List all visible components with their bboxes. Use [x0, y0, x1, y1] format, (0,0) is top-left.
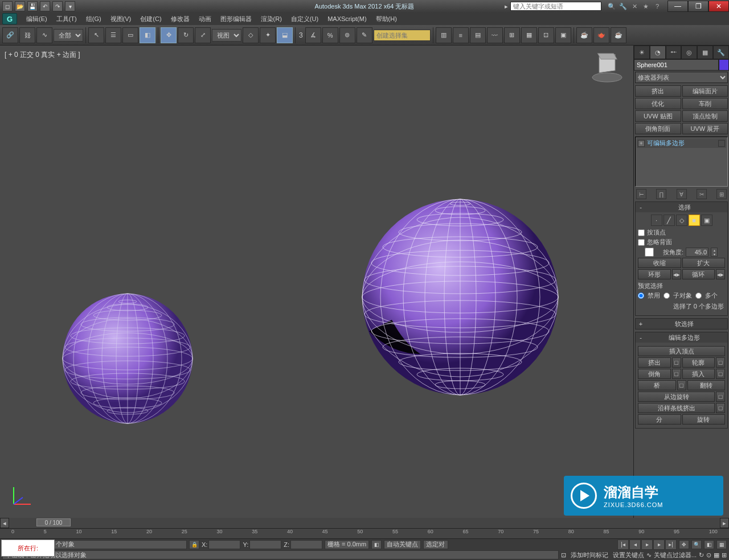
next-frame-icon[interactable]: ▸ [653, 540, 665, 550]
object-color-swatch[interactable] [719, 59, 729, 71]
preview-off-radio[interactable] [638, 293, 644, 299]
bind-icon[interactable]: ∿ [36, 27, 52, 43]
nav-roll-icon[interactable]: ⊙ [706, 551, 711, 559]
menu-animation[interactable]: 动画 [194, 14, 216, 24]
extrude-spline-button[interactable]: 沿样条线挤出 [638, 403, 715, 413]
by-vertex-checkbox[interactable] [638, 229, 645, 236]
nav-orbit-icon[interactable]: ↻ [699, 551, 704, 559]
part2-button[interactable]: 旋转 [682, 414, 726, 425]
prev-frame-icon[interactable]: ◂ [629, 540, 641, 550]
manip-icon[interactable]: ✦ [260, 27, 276, 43]
ring-button[interactable]: 环形 [638, 269, 671, 279]
move-icon[interactable]: ✥ [161, 27, 177, 43]
loop-button[interactable]: 循环 [682, 269, 715, 279]
setkey-button[interactable]: 设置关键点 [613, 551, 644, 559]
select-window-icon[interactable]: ◧ [140, 27, 155, 43]
bridge-button[interactable]: 桥 [638, 380, 676, 390]
angle-input[interactable] [686, 248, 708, 257]
shrink-button[interactable]: 收缩 [638, 258, 681, 268]
minimize-button[interactable]: — [667, 1, 688, 12]
timetag-icon[interactable]: ⊡ [561, 551, 566, 559]
select-rect-icon[interactable]: ▭ [122, 27, 138, 43]
qat-open-icon[interactable]: 📂 [15, 1, 25, 11]
unlink-icon[interactable]: ⛓ [19, 27, 35, 43]
snap-icon[interactable]: ⬓ [277, 27, 293, 43]
element-subobj-icon[interactable]: ▣ [701, 215, 712, 226]
modifier-list-dropdown[interactable]: 修改器列表 [635, 72, 728, 83]
bridge-settings-button[interactable]: □ [677, 380, 686, 390]
curve-editor-icon[interactable]: 〰 [487, 27, 503, 43]
btn-uvw-unwrap[interactable]: UVW 展开 [682, 123, 728, 134]
outline-settings-button[interactable]: □ [716, 357, 725, 368]
qat-dropdown-icon[interactable]: ▾ [65, 1, 75, 11]
edge-subobj-icon[interactable]: ╱ [664, 215, 675, 226]
menu-views[interactable]: 视图(V) [106, 14, 136, 24]
selection-filter-dropdown[interactable]: 全部 [54, 29, 83, 42]
extrude-button[interactable]: 挤出 [638, 357, 671, 368]
viewcube[interactable] [590, 50, 624, 84]
bevel-button[interactable]: 倒角 [638, 369, 671, 379]
goto-end-icon[interactable]: ▸| [665, 540, 677, 550]
edit-selset-icon[interactable]: ✎ [357, 27, 372, 43]
layers-icon[interactable]: ▤ [470, 27, 486, 43]
time-track[interactable]: 0 / 100 [9, 518, 720, 528]
spinner-snap-icon[interactable]: ⊚ [339, 27, 355, 43]
x-input[interactable] [208, 540, 240, 549]
pin-stack-icon[interactable]: ⊢ [636, 189, 646, 199]
z-input[interactable] [290, 540, 322, 549]
configure-icon[interactable]: ⊞ [716, 189, 727, 199]
nav-zoom-all-icon[interactable]: ▦ [716, 540, 727, 549]
search-input[interactable] [510, 2, 601, 11]
goto-start-icon[interactable]: |◂ [617, 540, 629, 550]
qat-undo-icon[interactable]: ↶ [40, 1, 50, 11]
preview-multi-radio[interactable] [695, 293, 702, 299]
link-icon[interactable]: 🔗 [2, 27, 18, 43]
y-input[interactable] [249, 540, 281, 549]
menu-tools[interactable]: 工具(T) [52, 14, 81, 24]
grow-button[interactable]: 扩大 [682, 258, 726, 268]
track-bar[interactable]: 0510152025303540455055606570758085909510… [0, 528, 729, 538]
favorite-icon[interactable]: ★ [641, 2, 650, 11]
viewport-label[interactable]: [ + 0 正交 0 真实 + 边面 ] [5, 50, 80, 60]
btn-optimize[interactable]: 优化 [635, 98, 681, 109]
time-thumb[interactable]: 0 / 100 [36, 518, 71, 526]
tab-motion[interactable]: ◎ [681, 46, 697, 59]
render-iter-icon[interactable]: ☕ [611, 27, 626, 43]
outline-button[interactable]: 轮廓 [682, 357, 715, 368]
rollout-soft-header[interactable]: + 软选择 [636, 319, 727, 329]
stack-item-editable-poly[interactable]: + 可编辑多边形 [637, 138, 726, 148]
maximize-button[interactable]: ❐ [688, 1, 708, 12]
scale-icon[interactable]: ⤢ [195, 27, 211, 43]
ring-spinner[interactable]: ◂▸ [672, 269, 681, 279]
tab-utilities[interactable]: 🔧 [713, 46, 729, 59]
nav-walk-icon[interactable]: ▦ [714, 551, 719, 559]
keyfilter-button[interactable]: 关键点过滤器... [654, 551, 697, 559]
key-wave-icon[interactable]: ∿ [646, 551, 652, 559]
nav-pan-icon[interactable]: ✥ [679, 540, 689, 549]
btn-uvw-map[interactable]: UVW 贴图 [635, 110, 681, 122]
material-editor-icon[interactable]: ▦ [521, 27, 537, 43]
selection-set-input[interactable] [374, 30, 431, 41]
btn-vertex-paint[interactable]: 顶点绘制 [682, 110, 728, 122]
align-icon[interactable]: ≡ [453, 27, 469, 43]
qat-save-icon[interactable]: 💾 [27, 1, 38, 11]
remove-mod-icon[interactable]: ✂ [697, 189, 707, 199]
part1-button[interactable]: 分 [638, 414, 681, 425]
percent-snap-icon[interactable]: % [322, 27, 338, 43]
loop-spinner[interactable]: ◂▸ [716, 269, 725, 279]
inset-button[interactable]: 插入 [682, 369, 715, 379]
selected-field[interactable]: 选定对 [423, 540, 448, 549]
mirror-icon[interactable]: ▥ [436, 27, 452, 43]
polygon-subobj-icon[interactable]: ■ [689, 215, 700, 226]
flip-button[interactable]: 翻转 [687, 380, 726, 390]
btn-lathe[interactable]: 车削 [682, 98, 728, 109]
expand-icon[interactable]: + [638, 140, 645, 147]
hinge-button[interactable]: 从边旋转 [638, 392, 715, 402]
menu-edit[interactable]: 编辑(E) [22, 14, 52, 24]
play-icon[interactable]: ▸ [641, 540, 653, 550]
by-angle-checkbox[interactable] [638, 248, 661, 257]
viewport[interactable]: [ + 0 正交 0 真实 + 边面 ] [0, 46, 633, 518]
object-name-input[interactable] [634, 59, 719, 71]
menu-rendering[interactable]: 渲染(R) [256, 14, 286, 24]
qat-redo-icon[interactable]: ↷ [52, 1, 63, 11]
